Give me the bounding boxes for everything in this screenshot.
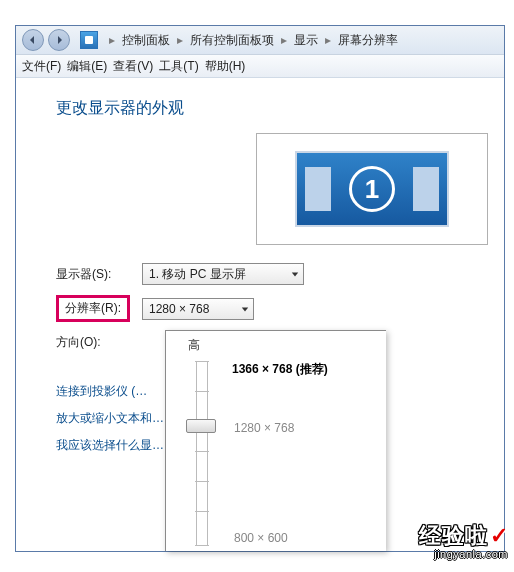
menu-tools[interactable]: 工具(T) bbox=[159, 58, 198, 75]
chevron-down-icon bbox=[241, 302, 249, 316]
menu-bar: 文件(F) 编辑(E) 查看(V) 工具(T) 帮助(H) bbox=[16, 55, 504, 78]
display-select[interactable]: 1. 移动 PC 显示屏 bbox=[142, 263, 304, 285]
breadcrumb-separator: ▸ bbox=[106, 33, 118, 47]
arrow-left-icon bbox=[28, 35, 38, 45]
resolution-option-low[interactable]: 800 × 600 bbox=[234, 531, 288, 545]
breadcrumb-separator: ▸ bbox=[322, 33, 334, 47]
breadcrumb-separator: ▸ bbox=[278, 33, 290, 47]
control-panel-icon bbox=[80, 31, 98, 49]
monitor-thumbnail[interactable]: 1 bbox=[295, 151, 449, 227]
slider-top-label: 高 bbox=[188, 337, 200, 354]
page-title: 更改显示器的外观 bbox=[56, 98, 480, 119]
resolution-popup: 高 1366 × 768 (推荐) 1280 × 768 800 × 600 bbox=[165, 330, 386, 551]
resolution-option-mid[interactable]: 1280 × 768 bbox=[234, 421, 294, 435]
breadcrumb-separator: ▸ bbox=[174, 33, 186, 47]
nav-forward-button[interactable] bbox=[48, 29, 70, 51]
arrow-right-icon bbox=[54, 35, 64, 45]
nav-back-button[interactable] bbox=[22, 29, 44, 51]
resolution-row: 分辨率(R): 1280 × 768 bbox=[56, 295, 480, 322]
resolution-option-recommended[interactable]: 1366 × 768 (推荐) bbox=[232, 361, 328, 378]
display-label: 显示器(S): bbox=[56, 264, 142, 285]
display-row: 显示器(S): 1. 移动 PC 显示屏 bbox=[56, 263, 480, 285]
monitor-number-badge: 1 bbox=[349, 166, 395, 212]
title-bar: ▸ 控制面板 ▸ 所有控制面板项 ▸ 显示 ▸ 屏幕分辨率 bbox=[16, 26, 504, 55]
display-select-value: 1. 移动 PC 显示屏 bbox=[149, 266, 246, 283]
chevron-down-icon bbox=[291, 267, 299, 281]
orientation-label: 方向(O): bbox=[56, 332, 142, 353]
resolution-select[interactable]: 1280 × 768 bbox=[142, 298, 254, 320]
resolution-slider-track[interactable] bbox=[196, 361, 208, 546]
breadcrumb-item[interactable]: 显示 bbox=[294, 32, 318, 49]
menu-help[interactable]: 帮助(H) bbox=[205, 58, 246, 75]
svg-rect-0 bbox=[85, 36, 93, 44]
menu-edit[interactable]: 编辑(E) bbox=[67, 58, 107, 75]
breadcrumb-item[interactable]: 所有控制面板项 bbox=[190, 32, 274, 49]
menu-view[interactable]: 查看(V) bbox=[113, 58, 153, 75]
breadcrumb-item[interactable]: 控制面板 bbox=[122, 32, 170, 49]
resolution-slider-thumb[interactable] bbox=[186, 419, 216, 433]
menu-file[interactable]: 文件(F) bbox=[22, 58, 61, 75]
resolution-label: 分辨率(R): bbox=[56, 295, 130, 322]
display-preview[interactable]: 1 bbox=[256, 133, 488, 245]
breadcrumb-item[interactable]: 屏幕分辨率 bbox=[338, 32, 398, 49]
resolution-select-value: 1280 × 768 bbox=[149, 302, 209, 316]
